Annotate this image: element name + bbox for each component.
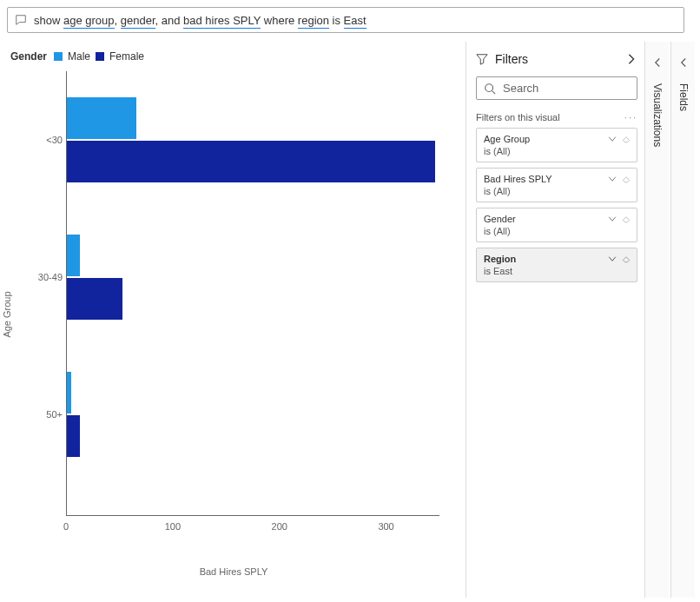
legend-label-female: Female	[109, 50, 144, 63]
chat-icon	[15, 14, 27, 26]
x-axis-line	[66, 515, 439, 516]
filter-card-gender[interactable]: Gender is (All)	[476, 208, 637, 242]
bar-male[interactable]	[67, 235, 80, 276]
bar-female[interactable]	[67, 415, 80, 457]
y-axis-title: Age Group	[2, 291, 12, 337]
qna-input[interactable]: show age group, gender, and bad hires SP…	[7, 7, 684, 33]
legend-label-male: Male	[68, 50, 90, 63]
chevron-down-icon[interactable]	[607, 254, 617, 264]
chevron-down-icon[interactable]	[607, 134, 617, 144]
x-axis-title: Bad Hires SPLY	[12, 566, 455, 577]
y-tick-label: 50+	[21, 409, 63, 420]
bar-female[interactable]	[67, 141, 435, 182]
search-icon	[484, 83, 496, 95]
svg-point-0	[485, 83, 493, 91]
plot-area: <3030-4950+0100200300	[66, 71, 439, 516]
legend-swatch-male	[54, 52, 63, 61]
visualizations-pane-collapsed[interactable]: Visualizations	[644, 42, 669, 598]
bar-male[interactable]	[67, 97, 136, 139]
eraser-icon[interactable]	[621, 134, 631, 144]
filter-card-region[interactable]: Region is East	[476, 248, 637, 282]
filter-state: is (All)	[484, 186, 630, 196]
eraser-icon[interactable]	[621, 174, 631, 184]
pane-label: Visualizations	[651, 83, 664, 147]
filters-title: Filters	[495, 52, 618, 66]
svg-line-1	[492, 90, 496, 94]
filter-card-bad-hires-sply[interactable]: Bad Hires SPLY is (All)	[476, 168, 637, 202]
pane-label: Fields	[677, 83, 690, 111]
qna-text: show age group, gender, and bad hires SP…	[34, 14, 367, 27]
x-tick-label: 300	[378, 521, 393, 532]
filter-card-age-group[interactable]: Age Group is (All)	[476, 128, 637, 162]
filter-state: is (All)	[484, 146, 630, 156]
chevron-left-icon	[678, 57, 689, 68]
eraser-icon[interactable]	[621, 254, 631, 264]
search-placeholder: Search	[503, 82, 538, 95]
eraser-icon[interactable]	[621, 214, 631, 224]
bar-female[interactable]	[67, 278, 122, 320]
y-tick-label: 30-49	[21, 272, 63, 282]
chevron-down-icon[interactable]	[607, 174, 617, 184]
filters-search[interactable]: Search	[476, 76, 637, 100]
pane-divider	[466, 42, 466, 598]
filters-section-header: Filters on this visual ···	[476, 112, 637, 122]
chevron-left-icon	[652, 57, 663, 68]
more-icon[interactable]: ···	[624, 112, 637, 122]
visual-area: Gender Male Female Age Group <3030-4950+…	[7, 40, 462, 596]
legend-swatch-female	[96, 52, 104, 61]
filter-state: is East	[484, 266, 630, 276]
chevron-right-icon[interactable]	[625, 53, 637, 65]
legend-title: Gender	[10, 50, 47, 63]
x-tick-label: 100	[165, 521, 181, 532]
bar-male[interactable]	[67, 372, 71, 413]
fields-pane-collapsed[interactable]: Fields	[670, 42, 695, 598]
filter-icon	[476, 53, 488, 65]
chart: Age Group <3030-4950+0100200300 Bad Hire…	[12, 71, 455, 558]
legend: Gender Male Female	[10, 50, 462, 63]
chevron-down-icon[interactable]	[607, 214, 617, 224]
filter-state: is (All)	[484, 226, 630, 236]
x-tick-label: 0	[63, 521, 69, 532]
x-tick-label: 200	[272, 521, 287, 532]
y-tick-label: <30	[21, 135, 63, 145]
filters-header: Filters	[476, 52, 637, 66]
filters-pane: Filters Search Filters on this visual ··…	[476, 52, 637, 288]
